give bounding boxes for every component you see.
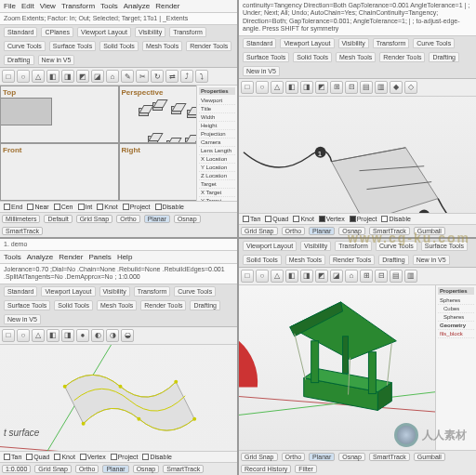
- tab[interactable]: Curve Tools: [4, 41, 46, 51]
- cube-icon[interactable]: [152, 99, 164, 109]
- prop-item[interactable]: Lens Length: [199, 147, 235, 155]
- osnap-chk[interactable]: Vertex: [319, 216, 345, 222]
- tool-button[interactable]: ◧: [285, 270, 298, 283]
- tool-button[interactable]: ◨: [300, 270, 313, 283]
- tab[interactable]: Transform: [335, 241, 372, 251]
- status-btn[interactable]: Planar: [144, 215, 170, 223]
- status-btn[interactable]: Planar: [309, 227, 335, 235]
- menu-item[interactable]: Render: [155, 2, 179, 10]
- tool-button[interactable]: △: [32, 329, 45, 342]
- tool-button[interactable]: ◐: [91, 329, 104, 342]
- tool-button[interactable]: ✎: [121, 70, 134, 83]
- menu-item[interactable]: View: [40, 2, 56, 10]
- tab[interactable]: Surface Tools: [4, 300, 50, 310]
- tabbar-br[interactable]: Viewport Layout Visibility Transform Cur…: [239, 239, 476, 268]
- toolbar-tr[interactable]: □ ○ △ ◧ ◨ ◩ ⊞ ⊟ ▤ ▥ ◆ ◇: [239, 79, 476, 97]
- tool-button[interactable]: ◇: [404, 81, 417, 94]
- status-btn[interactable]: Grid Snap: [76, 215, 113, 223]
- tab[interactable]: Render Tools: [186, 41, 231, 51]
- status-btn[interactable]: Grid Snap: [241, 453, 278, 461]
- prop-item[interactable]: Z Location: [199, 172, 235, 180]
- tab[interactable]: Render Tools: [379, 52, 425, 62]
- tab[interactable]: CPlanes: [41, 27, 73, 37]
- menu-item[interactable]: Edit: [21, 2, 34, 10]
- cube-icon[interactable]: [185, 135, 196, 143]
- status-btn[interactable]: Record History: [241, 465, 291, 473]
- tool-button[interactable]: ◪: [91, 70, 104, 83]
- tool-button[interactable]: ⌂: [106, 70, 119, 83]
- toolbar-bl[interactable]: □ ○ △ ◧ ◨ ● ◐ ◑ ◒: [0, 327, 237, 345]
- osnap-chk[interactable]: Knot: [97, 204, 117, 210]
- osnap-chk[interactable]: Cen: [54, 204, 73, 210]
- tab[interactable]: Surface Tools: [421, 241, 468, 251]
- tab[interactable]: New in V5: [38, 55, 75, 65]
- osnap-bar-bl[interactable]: Tan Quad Knot Vertex Project Disable: [0, 451, 237, 462]
- osnap-chk[interactable]: Project: [350, 216, 377, 222]
- tool-button[interactable]: ◩: [315, 270, 328, 283]
- tabbar-tr[interactable]: Standard Viewport Layout Visibility Tran…: [239, 36, 476, 79]
- statusbar-bl[interactable]: 1:0.000 Grid Snap Ortho Planar Osnap Sma…: [0, 462, 237, 475]
- tool-button[interactable]: △: [271, 270, 284, 283]
- status-btn[interactable]: Gumball: [414, 453, 445, 461]
- statusbar-br[interactable]: Grid Snap Ortho Planar Osnap SmartTrack …: [239, 450, 476, 475]
- status-btn[interactable]: SmartTrack: [369, 453, 410, 461]
- viewport-top[interactable]: Top: [0, 86, 119, 143]
- tab[interactable]: Drafting: [378, 255, 409, 265]
- status-btn[interactable]: Grid Snap: [241, 227, 278, 235]
- osnap-chk[interactable]: Knot: [293, 216, 313, 222]
- tabbar-tl[interactable]: Standard CPlanes Viewport Layout Visibil…: [0, 25, 237, 68]
- viewport-tr[interactable]: 1 2: [239, 97, 476, 213]
- status-btn[interactable]: Planar: [309, 453, 335, 461]
- tab[interactable]: Visibility: [135, 27, 165, 37]
- tool-button[interactable]: ◧: [285, 81, 298, 94]
- status-btn[interactable]: SmartTrack: [2, 227, 43, 235]
- tool-button[interactable]: □: [241, 81, 254, 94]
- tool-button[interactable]: ◪: [330, 270, 343, 283]
- osnap-chk[interactable]: Near: [27, 204, 48, 210]
- tool-button[interactable]: ⊞: [330, 81, 343, 94]
- status-btn[interactable]: Planar: [102, 465, 128, 473]
- prop-item[interactable]: Camera: [199, 139, 235, 147]
- prop-item[interactable]: Target: [199, 180, 235, 189]
- menubar-bl[interactable]: Tools Analyze Render Panels Help: [0, 251, 237, 264]
- tool-button[interactable]: ↻: [151, 70, 164, 83]
- properties-panel-br[interactable]: Properties Spheres Cubes Spheres Geometr…: [435, 285, 476, 451]
- tool-button[interactable]: ◆: [390, 81, 403, 94]
- menu-item[interactable]: Analyze: [124, 2, 150, 10]
- tool-button[interactable]: △: [32, 70, 45, 83]
- status-btn[interactable]: Ortho: [116, 215, 140, 223]
- cube-icon[interactable]: [139, 105, 150, 114]
- tool-button[interactable]: ⊟: [345, 81, 358, 94]
- tab[interactable]: Viewport Layout: [41, 286, 95, 297]
- command-bar-tl[interactable]: Zoom Extents; Factor: In; Out; Selected;…: [0, 13, 237, 25]
- osnap-chk[interactable]: Project: [111, 454, 139, 460]
- tab[interactable]: New in V5: [243, 66, 280, 76]
- tool-button[interactable]: ⤵: [195, 70, 208, 83]
- status-btn[interactable]: Osnap: [174, 215, 201, 223]
- viewport-bl[interactable]: t surface: [0, 345, 237, 451]
- tab[interactable]: Transform: [169, 27, 206, 37]
- status-btn[interactable]: Ortho: [75, 465, 99, 473]
- tab[interactable]: New in V5: [4, 314, 41, 324]
- prop-material[interactable]: fils_block: [438, 330, 474, 338]
- tab[interactable]: Render Tools: [329, 255, 375, 265]
- osnap-chk[interactable]: Quad: [265, 216, 288, 222]
- osnap-bar-tl[interactable]: End Near Cen Int Knot Project Disable: [0, 201, 237, 212]
- prop-item[interactable]: Y Target: [199, 197, 235, 200]
- status-btn[interactable]: Ortho: [282, 227, 306, 235]
- statusbar-tl[interactable]: Millimeters Default Grid Snap Ortho Plan…: [0, 212, 237, 237]
- command-bar-tr[interactable]: continuity=Tangency Direction=Both GapTo…: [239, 0, 476, 36]
- tab[interactable]: Solid Tools: [99, 41, 139, 51]
- tab[interactable]: Visibility: [300, 241, 331, 251]
- tab[interactable]: Visibility: [338, 38, 369, 48]
- osnap-chk[interactable]: Tan: [243, 216, 260, 222]
- tool-button[interactable]: ▤: [360, 81, 373, 94]
- tab[interactable]: Transform: [134, 286, 171, 297]
- prop-item[interactable]: Viewport: [199, 97, 235, 105]
- osnap-chk[interactable]: Quad: [26, 454, 49, 460]
- menu-item[interactable]: Analyze: [27, 253, 53, 261]
- tab[interactable]: Solid Tools: [293, 52, 332, 62]
- prop-item[interactable]: Height: [199, 122, 235, 130]
- tool-button[interactable]: ⊟: [375, 270, 388, 283]
- osnap-chk[interactable]: End: [4, 204, 22, 210]
